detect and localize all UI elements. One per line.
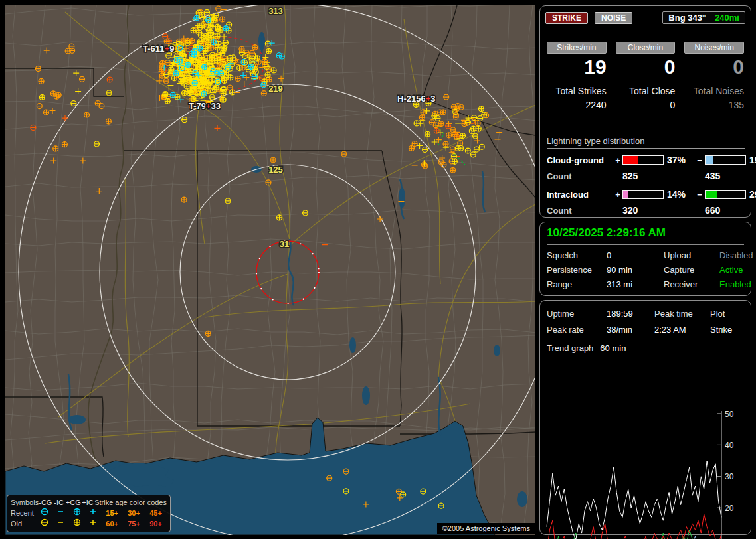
trend-graph-value: 60 min bbox=[600, 343, 626, 353]
svg-text:T-611+9: T-611+9 bbox=[143, 44, 174, 54]
nexstorm-window: 31321912531T-611+9T-79+33H-2156+3 Symbol… bbox=[0, 0, 756, 539]
noises-counter: Noises/min 0 Total Noises 135 bbox=[684, 42, 744, 110]
svg-text:50: 50 bbox=[725, 410, 734, 419]
noises-per-min-badge: Noises/min bbox=[684, 42, 744, 54]
total-strikes-label: Total Strikes bbox=[547, 86, 607, 96]
capture-state: Active bbox=[719, 265, 753, 275]
pos-ic-percent: 14% bbox=[664, 189, 694, 200]
uptime-label: Uptime bbox=[547, 309, 607, 319]
bearing-range: 240mi bbox=[715, 13, 739, 23]
strike-legend: Symbols -CG -IC +CG +IC Strike age color… bbox=[7, 495, 171, 532]
peak-rate-label: Peak rate bbox=[547, 325, 607, 335]
legend-old-label: Old bbox=[11, 518, 37, 529]
lightning-type-distribution: Lightning type distribution Cloud-ground… bbox=[547, 136, 745, 216]
strike-button[interactable]: STRIKE bbox=[545, 12, 588, 24]
total-close-label: Total Close bbox=[616, 86, 676, 96]
close-counter: Close/min 0 Total Close 0 bbox=[616, 42, 676, 110]
pos-ic-recent-icon bbox=[85, 508, 101, 518]
range-value: 313 mi bbox=[607, 279, 664, 289]
legend-header-row: Symbols -CG -IC +CG +IC Strike age color… bbox=[11, 497, 167, 508]
plot-value: Strike bbox=[710, 325, 748, 335]
distribution-header: Lightning type distribution bbox=[547, 136, 745, 149]
age-75: 75+ bbox=[123, 518, 145, 529]
strikes-counter: Strikes/min 19 Total Strikes 2240 bbox=[547, 42, 607, 110]
bearing-readout: Bng 343° 240mi bbox=[662, 11, 745, 24]
pos-cg-bar bbox=[622, 155, 664, 165]
neg-cg-percent: 19% bbox=[746, 155, 756, 165]
receiver-label: Receiver bbox=[664, 279, 719, 289]
copyright-text: ©2005 Astrogenic Systems bbox=[437, 523, 535, 534]
pos-ic-bar bbox=[622, 190, 664, 199]
svg-text:125: 125 bbox=[268, 165, 283, 175]
neg-ic-old-icon bbox=[52, 518, 68, 529]
svg-text:20: 20 bbox=[725, 504, 734, 513]
plus-sign: + bbox=[613, 190, 622, 200]
neg-ic-count: 660 bbox=[705, 205, 746, 216]
close-per-min-value: 0 bbox=[616, 56, 676, 78]
age-45: 45+ bbox=[145, 508, 167, 518]
svg-text:H-2156+3: H-2156+3 bbox=[397, 94, 435, 104]
legend-col-neg-cg: -CG bbox=[39, 497, 52, 508]
age-60: 60+ bbox=[101, 518, 123, 529]
capture-label: Capture bbox=[664, 265, 719, 275]
pos-ic-count: 320 bbox=[622, 205, 664, 216]
squelch-value: 0 bbox=[607, 250, 664, 260]
status-box: 10/25/2025 2:29:16 AM Squelch 0 Upload D… bbox=[539, 222, 751, 296]
svg-text:313: 313 bbox=[268, 6, 283, 16]
lightning-map[interactable]: 31321912531T-611+9T-79+33H-2156+3 bbox=[5, 5, 535, 535]
legend-age-header: Strike age color codes bbox=[94, 497, 167, 508]
upload-label: Upload bbox=[664, 250, 719, 260]
status-grid: Squelch 0 Upload Disabled Persistence 90… bbox=[547, 250, 748, 289]
peak-rate-value: 38/min bbox=[607, 325, 654, 335]
close-per-min-badge: Close/min bbox=[616, 42, 676, 54]
pos-cg-count: 825 bbox=[622, 171, 664, 181]
range-label: Range bbox=[547, 279, 607, 289]
persistence-value: 90 min bbox=[607, 265, 664, 275]
legend-old-row: Old 60+ 75+ 90+ bbox=[11, 518, 167, 529]
total-close-value: 0 bbox=[616, 100, 676, 110]
intracloud-rows: Intracloud + 14% − 29% Count 320 660 bbox=[547, 189, 745, 216]
trend-graph-label: Trend graph bbox=[547, 343, 593, 353]
cloud-ground-label: Cloud-ground bbox=[547, 155, 613, 165]
stats-box: STRIKE NOISE Bng 343° 240mi Strikes/min … bbox=[539, 5, 751, 218]
mode-button-row: STRIKE NOISE Bng 343° 240mi bbox=[545, 11, 745, 24]
noise-button[interactable]: NOISE bbox=[595, 12, 632, 24]
legend-recent-label: Recent bbox=[11, 508, 37, 518]
bearing-value: Bng 343° bbox=[668, 13, 706, 23]
map-panel[interactable]: 31321912531T-611+9T-79+33H-2156+3 Symbol… bbox=[5, 5, 535, 535]
neg-cg-count: 435 bbox=[705, 171, 746, 181]
receiver-state: Enabled bbox=[719, 279, 753, 289]
squelch-label: Squelch bbox=[547, 250, 607, 260]
strikes-per-min-value: 19 bbox=[547, 56, 607, 78]
trend-graph-setting: Trend graph 60 min bbox=[547, 343, 626, 353]
plus-sign: + bbox=[613, 155, 622, 165]
ic-count-label: Count bbox=[547, 206, 613, 216]
neg-ic-recent-icon bbox=[52, 508, 68, 518]
neg-cg-recent-icon bbox=[37, 508, 52, 518]
peak-time-value: 2:23 AM bbox=[654, 325, 710, 335]
neg-cg-old-icon bbox=[37, 518, 52, 529]
age-30: 30+ bbox=[123, 508, 145, 518]
legend-col-pos-ic: +IC bbox=[81, 497, 94, 508]
svg-text:40: 40 bbox=[725, 441, 734, 450]
strikes-per-min-badge: Strikes/min bbox=[547, 42, 607, 54]
legend-symbols-header: Symbols bbox=[11, 497, 39, 508]
legend-col-pos-cg: +CG bbox=[66, 497, 81, 508]
trend-graph-chart: 203040506050403020100min bbox=[540, 355, 751, 534]
minus-sign: − bbox=[694, 155, 705, 165]
total-noises-value: 135 bbox=[684, 100, 744, 110]
pos-cg-recent-icon bbox=[68, 508, 84, 518]
pos-cg-percent: 37% bbox=[664, 155, 694, 165]
persistence-label: Persistence bbox=[547, 265, 607, 275]
trend-box: Uptime 189:59 Peak time Plot Peak rate 3… bbox=[539, 300, 751, 535]
total-noises-label: Total Noises bbox=[684, 86, 744, 96]
neg-ic-percent: 29% bbox=[746, 189, 756, 200]
peak-time-label: Peak time bbox=[654, 309, 710, 319]
age-90: 90+ bbox=[145, 518, 167, 529]
svg-text:30: 30 bbox=[725, 472, 734, 481]
age-15: 15+ bbox=[101, 508, 123, 518]
total-strikes-value: 2240 bbox=[547, 100, 607, 110]
upload-state: Disabled bbox=[719, 250, 753, 260]
plot-label: Plot bbox=[710, 309, 748, 319]
minus-sign: − bbox=[694, 190, 705, 200]
